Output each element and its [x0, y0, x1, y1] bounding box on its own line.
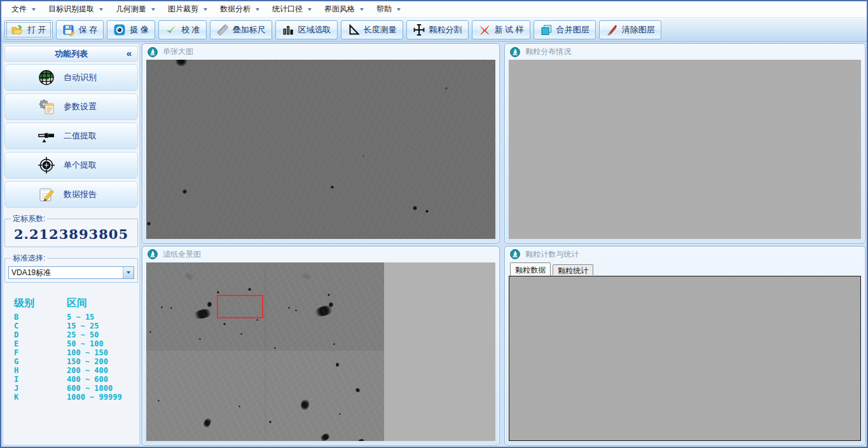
- camera-icon: [113, 24, 126, 36]
- particle-blob: [357, 438, 365, 441]
- menu-statistic-caliber-label: 统计口径: [272, 4, 303, 15]
- menu-file[interactable]: 文件: [5, 1, 42, 17]
- menu-target-recognition-label: 目标识别提取: [48, 4, 94, 15]
- function-list-header: 功能列表 «: [4, 46, 138, 62]
- microscope-icon: [510, 47, 520, 57]
- collapse-sidebar-button[interactable]: «: [127, 48, 132, 58]
- panel-grid: 单张大图: [142, 43, 865, 445]
- merge-layers-icon: [540, 24, 553, 36]
- particle-spot: [336, 362, 339, 367]
- clear-layers-button-label: 清除图层: [622, 24, 655, 36]
- camera-button[interactable]: 摄 像: [107, 20, 155, 39]
- range-cell: 150 ~ 200: [67, 357, 108, 366]
- menu-image-crop[interactable]: 图片裁剪: [162, 1, 214, 17]
- menu-data-analysis[interactable]: 数据分析: [214, 1, 266, 17]
- particle-spot: [354, 386, 361, 393]
- menu-bar: 文件 目标识别提取 几何测量 图片裁剪 数据分析 统计口径 界面风格 帮助: [1, 1, 867, 18]
- clear-layers-button[interactable]: 清除图层: [599, 20, 661, 39]
- menu-help[interactable]: 帮助: [370, 1, 407, 17]
- statistics-panel-header: 颗粒计数与统计: [505, 247, 865, 262]
- particle-spot: [147, 222, 151, 226]
- new-sample-button[interactable]: 新 试 样: [472, 20, 530, 39]
- particle-spot: [183, 189, 187, 194]
- data-report-button[interactable]: 数据报告: [4, 181, 138, 208]
- merge-layers-button-label: 合并图层: [556, 24, 589, 36]
- filter-panorama-empty-area: [384, 262, 495, 442]
- single-image-panel-header: 单张大图: [142, 44, 499, 60]
- level-row: E50 ~ 100: [14, 339, 138, 348]
- menu-statistic-caliber[interactable]: 统计口径: [266, 1, 318, 17]
- particle-distribution-canvas[interactable]: [509, 60, 861, 239]
- particle-spot: [170, 307, 172, 309]
- length-triangle-icon: [347, 24, 360, 36]
- statistics-panel-title: 颗粒计数与统计: [525, 249, 579, 260]
- particle-blob: [300, 398, 310, 411]
- particle-spot: [425, 210, 429, 213]
- chevron-down-icon: [397, 8, 401, 11]
- toolbar: 打 开 保 存 摄 像 校 准 叠加标尺 区域选取 长度测量 颗: [1, 18, 867, 42]
- particle-distribution-panel-header: 颗粒分布情况: [505, 44, 865, 60]
- single-image-canvas[interactable]: [146, 60, 495, 239]
- particle-data-table-area[interactable]: [509, 276, 861, 442]
- function-list-title: 功能列表: [55, 48, 88, 60]
- particle-spot: [333, 343, 335, 345]
- microscope-icon: [148, 47, 158, 57]
- particle-spot: [199, 338, 201, 340]
- particle-spot: [339, 413, 341, 415]
- level-row: F100 ~ 150: [14, 348, 138, 357]
- length-measure-button[interactable]: 长度测量: [341, 20, 403, 39]
- selection-rectangle[interactable]: [217, 295, 263, 318]
- level-row: G150 ~ 200: [14, 357, 138, 366]
- auto-recognize-button[interactable]: 自动识别: [4, 64, 138, 91]
- particle-spot: [327, 294, 330, 296]
- binary-extract-button[interactable]: 二值提取: [4, 123, 138, 149]
- range-cell: 400 ~ 600: [67, 375, 108, 384]
- range-cell: 25 ~ 50: [67, 330, 99, 339]
- range-column-header: 区间: [67, 297, 87, 310]
- standard-select[interactable]: VDA19标准: [8, 266, 134, 279]
- parameter-settings-label: 参数设置: [64, 101, 97, 112]
- merge-layers-button[interactable]: 合并图层: [534, 20, 596, 39]
- menu-geometry-measure-label: 几何测量: [116, 4, 146, 15]
- region-select-button[interactable]: 区域选取: [275, 20, 338, 39]
- menu-help-label: 帮助: [376, 4, 392, 15]
- menu-geometry-measure[interactable]: 几何测量: [109, 1, 162, 17]
- level-row: C15 ~ 25: [14, 322, 138, 330]
- chevron-down-icon: [127, 271, 130, 274]
- menu-ui-style[interactable]: 界面风格: [318, 1, 370, 17]
- level-row: H200 ~ 400: [14, 366, 138, 375]
- save-icon: [62, 24, 75, 36]
- open-button[interactable]: 打 开: [4, 20, 53, 39]
- particle-spot: [288, 307, 290, 309]
- range-cell: 5 ~ 15: [67, 313, 94, 322]
- particle-spot: [158, 400, 160, 402]
- level-row: J600 ~ 1000: [14, 384, 138, 393]
- parameter-settings-button[interactable]: 参数设置: [4, 93, 138, 120]
- overlay-ruler-button[interactable]: 叠加标尺: [210, 20, 272, 39]
- auto-recognize-icon: [37, 68, 56, 87]
- save-button[interactable]: 保 存: [56, 20, 104, 39]
- particle-split-button[interactable]: 颗粒分割: [406, 20, 469, 39]
- function-sidebar: 功能列表 « 自动识别: [3, 43, 140, 445]
- level-cell: B: [14, 313, 67, 322]
- filter-panorama-image[interactable]: [146, 262, 384, 442]
- calibrate-button[interactable]: 校 准: [158, 20, 207, 39]
- overlay-ruler-button-label: 叠加标尺: [233, 24, 266, 36]
- standard-select-dropdown-button[interactable]: [123, 267, 134, 278]
- menu-target-recognition[interactable]: 目标识别提取: [42, 1, 109, 17]
- single-image-panel: 单张大图: [142, 43, 500, 243]
- level-row: I400 ~ 600: [14, 375, 138, 384]
- tab-particle-statistics[interactable]: 颗粒统计: [553, 264, 593, 276]
- statistics-body: 颗粒数据 颗粒统计: [509, 262, 861, 442]
- parameter-settings-icon: [37, 97, 56, 116]
- region-bars-icon: [282, 24, 294, 36]
- chevron-down-icon: [203, 8, 207, 11]
- single-extract-button[interactable]: 单个提取: [4, 152, 138, 179]
- tab-particle-data[interactable]: 颗粒数据: [510, 262, 551, 276]
- camera-button-label: 摄 像: [130, 24, 149, 36]
- particle-spot: [248, 288, 251, 291]
- open-button-label: 打 开: [27, 24, 46, 36]
- particle-blob: [202, 416, 212, 429]
- main-area: 功能列表 « 自动识别: [1, 42, 867, 447]
- chevron-down-icon: [308, 8, 312, 11]
